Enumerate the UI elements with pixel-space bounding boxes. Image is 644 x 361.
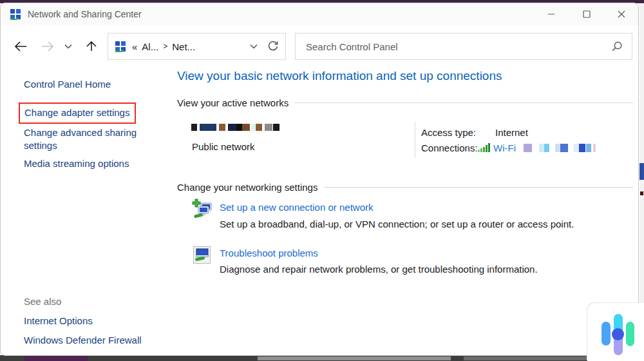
navigation-toolbar: « Al... > Net... — [1, 30, 638, 63]
logo-bar-teal — [626, 322, 634, 346]
network-profile-label: Public network — [192, 141, 255, 152]
up-icon[interactable] — [82, 40, 101, 53]
section-rule — [324, 187, 633, 188]
taskbar-sliver — [0, 355, 644, 361]
sidebar-item-change-advanced-sharing[interactable]: Change advanced sharing settings — [24, 126, 141, 152]
logo-bar-blue — [601, 322, 611, 346]
back-icon[interactable] — [11, 40, 30, 53]
see-also-heading: See also — [24, 296, 61, 307]
page-title: View your basic network information and … — [177, 69, 502, 83]
search-icon[interactable] — [611, 41, 623, 52]
access-type-value: Internet — [495, 127, 528, 138]
wifi-connection-link[interactable]: Wi-Fi — [493, 142, 516, 153]
network-icon — [10, 8, 21, 20]
highlight-box: Change adapter settings — [19, 102, 136, 124]
breadcrumb-collapse-glyph[interactable]: « — [132, 41, 137, 52]
taskbar-segment — [24, 355, 88, 361]
breadcrumb-separator: > — [163, 42, 167, 51]
background-window-sliver — [639, 163, 644, 180]
new-connection-icon — [192, 199, 213, 219]
redacted-ssid — [524, 144, 596, 152]
section-rule — [295, 102, 633, 103]
section-label: Change your networking settings — [177, 182, 317, 193]
taskbar-segment — [258, 356, 451, 360]
troubleshoot-problems-link[interactable]: Troubleshoot problems — [220, 248, 318, 259]
active-networks-section-header: View your active networks — [177, 97, 633, 108]
setup-connection-description: Set up a broadband, dial-up, or VPN conn… — [220, 219, 574, 229]
address-dropdown-chevron-icon[interactable] — [249, 43, 258, 50]
troubleshoot-description: Diagnose and repair network problems, or… — [220, 264, 538, 275]
breadcrumb-item[interactable]: Al... — [142, 41, 158, 52]
address-bar[interactable]: « Al... > Net... — [108, 33, 286, 60]
chevron-down-icon[interactable] — [61, 43, 75, 50]
troubleshoot-icon — [193, 246, 211, 264]
window-title: Network and Sharing Center — [28, 9, 142, 19]
minimize-button[interactable] — [537, 3, 565, 25]
networking-settings-section-header: Change your networking settings — [177, 182, 633, 193]
maximize-button[interactable] — [573, 3, 601, 25]
security-org-logo — [587, 303, 644, 361]
sidebar-item-change-adapter-settings[interactable]: Change adapter settings — [24, 107, 129, 118]
search-box — [295, 33, 632, 60]
logo-dot — [612, 328, 624, 340]
close-button[interactable] — [607, 3, 636, 25]
section-label: View your active networks — [177, 97, 289, 108]
access-type-label: Access type: — [421, 127, 476, 138]
sidebar-item-media-streaming[interactable]: Media streaming options — [24, 158, 129, 169]
network-icon — [115, 41, 126, 52]
search-input[interactable] — [305, 41, 611, 53]
sidebar-item-control-panel-home[interactable]: Control Panel Home — [24, 79, 111, 90]
setup-connection-link[interactable]: Set up a new connection or network — [220, 202, 373, 213]
network-sharing-center-window: Network and Sharing Center — [0, 3, 639, 356]
column-divider — [415, 122, 415, 158]
redacted-network-name — [191, 124, 279, 131]
wifi-signal-icon — [478, 143, 491, 152]
titlebar: Network and Sharing Center — [1, 3, 638, 25]
forward-icon[interactable] — [38, 40, 57, 53]
breadcrumb-item[interactable]: Net... — [172, 41, 195, 52]
sidebar-item-windows-defender-firewall[interactable]: Windows Defender Firewall — [24, 335, 142, 346]
screenshot-root: Network and Sharing Center — [0, 0, 644, 361]
connections-label: Connections: — [421, 142, 478, 153]
refresh-icon[interactable] — [267, 41, 279, 52]
background-dot — [640, 191, 643, 195]
sidebar-item-internet-options[interactable]: Internet Options — [24, 315, 93, 326]
